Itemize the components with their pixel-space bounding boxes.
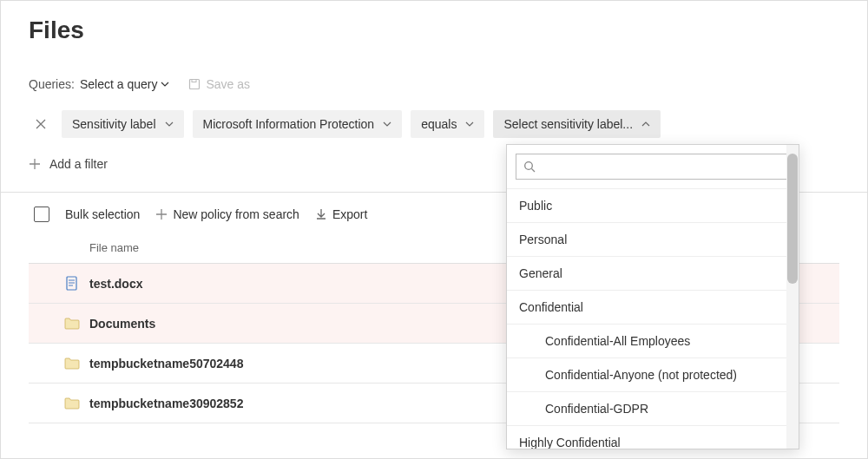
scrollbar-thumb[interactable] <box>787 154 798 284</box>
new-policy-button[interactable]: New policy from search <box>155 207 299 221</box>
filter-chip-label: Select sensitivity label... <box>503 117 633 131</box>
svg-rect-0 <box>190 80 200 89</box>
sensitivity-label-dropdown: PublicPersonalGeneralConfidentialConfide… <box>506 144 799 449</box>
bulk-selection-button[interactable]: Bulk selection <box>65 207 140 221</box>
save-as-label: Save as <box>206 77 250 91</box>
remove-filter-button[interactable] <box>29 112 53 136</box>
filter-chip-equals[interactable]: equals <box>411 110 484 138</box>
chevron-down-icon <box>383 121 391 127</box>
filter-chip-label: Microsoft Information Protection <box>203 117 375 131</box>
filter-chip-label: equals <box>421 117 457 131</box>
chevron-up-icon <box>641 121 650 127</box>
file-name: tempbucketname50702448 <box>89 357 243 370</box>
close-icon <box>36 119 46 129</box>
document-icon <box>55 276 89 292</box>
plus-icon <box>155 208 168 220</box>
dropdown-option[interactable]: Public <box>507 188 799 222</box>
select-query-dropdown[interactable]: Select a query <box>80 77 170 91</box>
dropdown-scrollbar[interactable] <box>786 145 799 449</box>
add-filter-label: Add a filter <box>49 157 108 171</box>
filter-chip-select-sensitivity[interactable]: Select sensitivity label... <box>493 110 661 138</box>
dropdown-option[interactable]: Highly Confidential <box>507 425 799 449</box>
export-button[interactable]: Export <box>315 207 367 221</box>
svg-point-3 <box>525 162 533 170</box>
search-icon <box>523 161 536 173</box>
filter-chip-sensitivity-label[interactable]: Sensitivity label <box>62 110 184 138</box>
filter-chip-mip[interactable]: Microsoft Information Protection <box>193 110 403 138</box>
plus-icon <box>29 158 41 170</box>
file-name: tempbucketname30902852 <box>89 397 243 410</box>
chevron-down-icon <box>165 121 174 127</box>
file-name: test.docx <box>89 277 142 291</box>
dropdown-option[interactable]: General <box>507 256 799 290</box>
chevron-down-icon <box>161 82 169 87</box>
dropdown-search[interactable] <box>516 154 790 180</box>
bulk-select-checkbox[interactable] <box>34 207 49 222</box>
filter-chip-label: Sensitivity label <box>72 117 156 131</box>
file-name: Documents <box>89 317 155 331</box>
folder-icon <box>55 318 89 330</box>
dropdown-option[interactable]: Confidential <box>507 290 799 324</box>
page-title: Files <box>29 16 839 44</box>
chevron-down-icon <box>465 121 474 127</box>
dropdown-option[interactable]: Confidential-All Employees <box>507 324 799 357</box>
export-label: Export <box>332 207 367 221</box>
bulk-selection-label: Bulk selection <box>65 207 140 221</box>
dropdown-option[interactable]: Personal <box>507 222 799 256</box>
save-as-button: Save as <box>188 77 250 91</box>
dropdown-search-input[interactable] <box>542 160 782 174</box>
folder-icon <box>55 397 89 410</box>
save-icon <box>188 78 201 90</box>
dropdown-option[interactable]: Confidential-Anyone (not protected) <box>507 357 799 391</box>
queries-label: Queries: <box>29 77 75 91</box>
new-policy-label: New policy from search <box>173 207 299 221</box>
svg-rect-1 <box>192 80 196 82</box>
folder-icon <box>55 357 89 370</box>
download-icon <box>315 208 327 220</box>
dropdown-option[interactable]: Confidential-GDPR <box>507 391 799 425</box>
select-query-label: Select a query <box>80 77 158 91</box>
